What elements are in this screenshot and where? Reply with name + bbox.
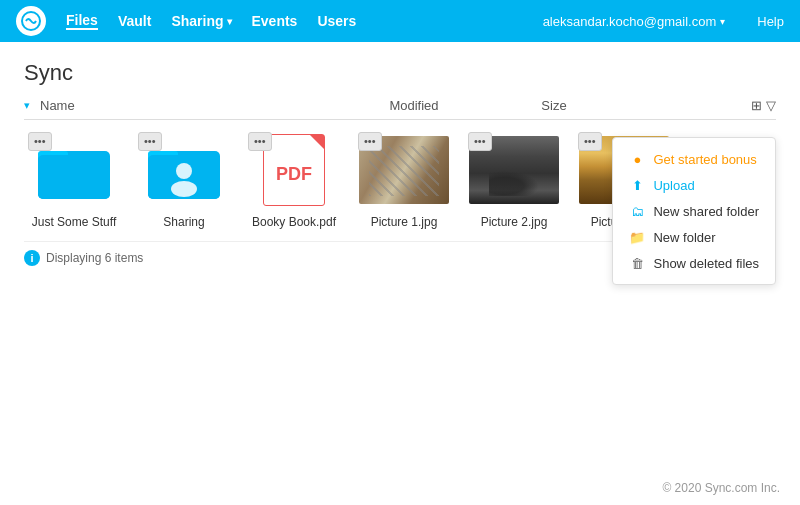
file-name: Booky Book.pdf [252,215,336,229]
th-size[interactable]: Size [504,98,604,113]
file-menu-btn[interactable]: ••• [578,132,602,151]
sharing-dropdown-icon: ▾ [227,16,232,27]
file-name: Sharing [163,215,204,229]
help-link[interactable]: Help [757,14,784,29]
th-name[interactable]: ▾ Name [24,98,324,113]
svg-point-7 [176,163,192,179]
user-dropdown-icon: ▾ [720,16,725,27]
pdf-icon: PDF [263,134,325,206]
footer: © 2020 Sync.com Inc. [662,481,780,495]
pdf-label: PDF [276,164,312,185]
show-deleted-item[interactable]: 🗑 Show deleted files [613,250,775,276]
trash-icon: 🗑 [629,255,645,271]
file-thumb-wrapper: ••• [136,130,232,210]
sort-icon: ▾ [24,99,30,112]
file-menu-btn[interactable]: ••• [138,132,162,151]
page-title: Sync [24,60,776,86]
action-label: New folder [653,230,715,245]
user-email: aleksandar.kocho@gmail.com [543,14,717,29]
th-modified[interactable]: Modified [324,98,504,113]
footer-text: © 2020 Sync.com Inc. [662,481,780,495]
file-menu-btn[interactable]: ••• [248,132,272,151]
action-panel: ● Get started bonus ⬆ Upload 🗂 New share… [612,137,776,285]
nav-vault[interactable]: Vault [118,13,151,29]
grid-view-icon[interactable]: ⊞ [751,98,762,113]
filter-icon[interactable]: ▽ [766,98,776,113]
action-label: Upload [653,178,694,193]
name-column-label: Name [40,98,75,113]
file-thumb-wrapper: ••• [466,130,562,210]
file-item[interactable]: ••• Picture 2.jpg [464,130,564,229]
file-menu-btn[interactable]: ••• [358,132,382,151]
file-menu-btn[interactable]: ••• [28,132,52,151]
action-label: Show deleted files [653,256,759,271]
new-folder-item[interactable]: 📁 New folder [613,224,775,250]
file-name: Just Some Stuff [32,215,117,229]
nav-events[interactable]: Events [252,13,298,29]
user-menu[interactable]: aleksandar.kocho@gmail.com ▾ [543,14,726,29]
file-thumb-wrapper: ••• [26,130,122,210]
nav-files[interactable]: Files [66,12,98,30]
svg-rect-3 [38,155,110,199]
nav-sharing[interactable]: Sharing ▾ [171,13,231,29]
main-content: Sync ▾ Name Modified Size ⊞ ▽ ••• Just S… [0,42,800,284]
info-icon: i [24,250,40,266]
file-item[interactable]: ••• Picture 1.jpg [354,130,454,229]
app-logo[interactable] [16,6,46,36]
action-label: New shared folder [653,204,759,219]
upload-icon: ⬆ [629,177,645,193]
get-started-bonus-item[interactable]: ● Get started bonus [613,146,775,172]
star-icon: ● [629,151,645,167]
new-shared-folder-item[interactable]: 🗂 New shared folder [613,198,775,224]
action-label: Get started bonus [653,152,756,167]
file-thumb-wrapper: ••• PDF [246,130,342,210]
navbar: Files Vault Sharing ▾ Events Users aleks… [0,0,800,42]
shared-folder-icon: 🗂 [629,203,645,219]
status-text: Displaying 6 items [46,251,143,265]
file-thumb-wrapper: ••• [356,130,452,210]
file-item[interactable]: ••• PDF Booky Book.pdf [244,130,344,229]
file-item[interactable]: ••• Just Some Stuff [24,130,124,229]
folder-icon: 📁 [629,229,645,245]
file-item[interactable]: ••• Sharing [134,130,234,229]
file-menu-btn[interactable]: ••• [468,132,492,151]
svg-point-8 [171,181,197,197]
file-name: Picture 1.jpg [371,215,438,229]
table-header: ▾ Name Modified Size ⊞ ▽ [24,98,776,120]
file-name: Picture 2.jpg [481,215,548,229]
view-toggle[interactable]: ⊞ ▽ [751,98,776,113]
nav-users[interactable]: Users [317,13,356,29]
upload-item[interactable]: ⬆ Upload [613,172,775,198]
